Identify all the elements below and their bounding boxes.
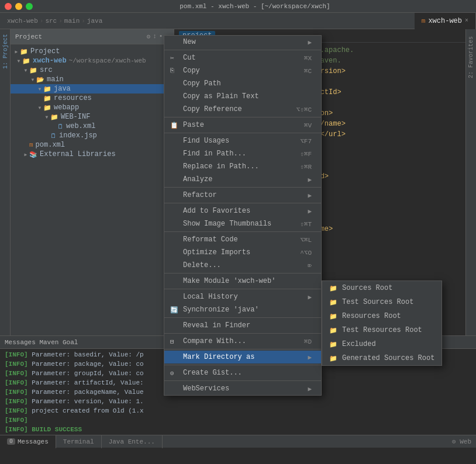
menu-item-add-favorites[interactable]: Add to Favorites ▶ — [164, 205, 321, 217]
menu-item-new[interactable]: New ▶ — [164, 36, 321, 49]
menu-item-paste[interactable]: 📋 Paste ⌘V — [164, 119, 321, 131]
menu-separator — [164, 380, 321, 381]
minimize-button[interactable] — [15, 3, 22, 10]
menu-separator — [164, 133, 321, 133]
menu-item-delete[interactable]: Delete... ⌦ — [164, 259, 321, 272]
msg-line: [INFO] project created from Old (1.x — [5, 406, 471, 415]
menu-item-mark-directory[interactable]: Mark Directory as ▶ — [164, 351, 321, 363]
mark-generated-sources-root[interactable]: 📁 Generated Sources Root — [322, 351, 441, 365]
excluded-label: Excluded — [342, 340, 376, 348]
msg-build-success: [INFO] BUILD SUCCESS — [5, 425, 471, 434]
menu-item-copy-path[interactable]: Copy Path — [164, 77, 321, 90]
tree-item-pom-xml[interactable]: m pom.xml — [11, 140, 174, 150]
folder-icon: 📁 — [20, 48, 28, 56]
menu-item-copy-ref[interactable]: Copy Reference ⌥⇧⌘C — [164, 103, 321, 116]
tree-item-src[interactable]: ▼ 📁 src — [11, 65, 174, 75]
messages-title: Messages Maven Goal — [5, 339, 78, 346]
pom-icon: m — [29, 141, 33, 148]
menu-separator — [164, 273, 321, 273]
project-panel-toggle[interactable]: 1: Project — [0, 32, 11, 71]
folder-icon: 📁 — [43, 104, 51, 112]
mark-sources-root[interactable]: 📁 Sources Root — [322, 281, 441, 295]
breadcrumb-item[interactable]: java — [87, 18, 102, 25]
tab-java-label: Java Ente... — [109, 438, 155, 445]
expand-icon[interactable]: ↕ — [153, 33, 157, 40]
folder-icon: 📁 — [43, 95, 51, 102]
folder-icon: 📁 — [50, 113, 58, 121]
tab-java-enterprise[interactable]: Java Ente... — [102, 435, 163, 448]
sources-root-label: Sources Root — [342, 284, 392, 292]
menu-separator — [164, 317, 321, 318]
project-panel: Project ⚙ ↕ • ↔ ▶ 📁 Project ▼ 📁 xwch-web… — [11, 29, 174, 335]
tree-item-web-inf[interactable]: ▼ 📁 WEB-INF — [11, 112, 174, 122]
menu-item-create-gist[interactable]: ⊙ Create Gist... — [164, 366, 321, 379]
breadcrumb-item[interactable]: src — [45, 18, 57, 25]
menu-item-copy[interactable]: ⎘ Copy ⌘C — [164, 64, 321, 77]
close-button[interactable] — [5, 3, 12, 10]
menu-item-replace-path[interactable]: Replace in Path... ⇧⌘R — [164, 160, 321, 173]
tab-messages[interactable]: 0 Messages — [0, 435, 56, 448]
jsp-file-icon: 🗒 — [50, 132, 57, 140]
tree-item-ext-libs[interactable]: ▶ 📚 External Libraries — [11, 150, 174, 159]
resources-root-icon: 📁 — [329, 313, 337, 320]
pin-icon[interactable]: • — [159, 33, 163, 40]
menu-item-refactor[interactable]: Refactor ▶ — [164, 189, 321, 202]
maximize-button[interactable] — [26, 3, 33, 10]
menu-item-find-path[interactable]: Find in Path... ⇧⌘F — [164, 147, 321, 160]
tab-close-button[interactable]: × — [465, 18, 468, 24]
menu-item-local-history[interactable]: Local History ▶ — [164, 290, 321, 303]
generated-sources-icon: 📁 — [329, 355, 337, 362]
breadcrumb-item[interactable]: xwch-web — [7, 18, 38, 25]
menu-item-webservices[interactable]: WebServices ▶ — [164, 382, 321, 395]
tab-bar: xwch-web › src › main › java m xwch-web … — [0, 13, 476, 29]
folder-icon: 📁 — [29, 67, 37, 74]
bottom-tabs: 0 Messages Terminal Java Ente... ⊙ Web — [0, 435, 476, 448]
test-resources-root-label: Test Resources Root — [342, 326, 422, 334]
generated-sources-label: Generated Sources Root — [342, 354, 434, 362]
menu-item-copy-plain[interactable]: Copy as Plain Text — [164, 90, 321, 103]
tree-item-xwch-web[interactable]: ▼ 📁 xwch-web ~/workspace/xwch-web — [11, 56, 174, 65]
tree-item-web-xml[interactable]: 🗒 web.xml — [11, 122, 174, 131]
test-sources-root-label: Test Sources Root — [342, 298, 413, 306]
menu-item-analyze[interactable]: Analyze ▶ — [164, 173, 321, 186]
menu-separator — [164, 50, 321, 50]
menu-separator — [164, 187, 321, 188]
editor-tab-xwch-web[interactable]: m xwch-web × — [415, 13, 476, 29]
tree-item-main[interactable]: ▼ 📂 main — [11, 75, 174, 84]
menu-item-synchronize[interactable]: 🔄 Synchronize 'java' — [164, 303, 321, 316]
folder-open-icon: 📂 — [36, 76, 44, 84]
tree-item-java[interactable]: ▼ 📁 java — [11, 84, 174, 94]
favorites-panel-toggle[interactable]: 2: Favorites — [467, 34, 475, 81]
tree-item-resources[interactable]: 📁 resources — [11, 94, 174, 103]
title-bar: pom.xml - xwch-web - [~/workspace/xwch] — [0, 0, 476, 13]
mark-test-resources-root[interactable]: 📁 Test Resources Root — [322, 323, 441, 337]
menu-item-reformat[interactable]: Reformat Code ⌥⌘L — [164, 233, 321, 246]
traffic-lights — [5, 3, 33, 10]
tab-xml-icon: m — [422, 18, 426, 25]
mark-test-sources-root[interactable]: 📁 Test Sources Root — [322, 295, 441, 309]
left-tool-strip: 1: Project — [0, 29, 11, 335]
breadcrumb: xwch-web › src › main › java — [2, 18, 415, 25]
menu-item-optimize[interactable]: Optimize Imports ^⌥O — [164, 246, 321, 259]
breadcrumb-item[interactable]: main — [64, 18, 80, 25]
tab-label: xwch-web — [428, 17, 462, 25]
tab-terminal[interactable]: Terminal — [56, 435, 102, 448]
mark-excluded[interactable]: 📁 Excluded — [322, 337, 441, 351]
excluded-icon: 📁 — [329, 341, 337, 348]
tree-item-index-jsp[interactable]: 🗒 index.jsp — [11, 131, 174, 140]
tree-item-webapp[interactable]: ▼ 📁 webapp — [11, 103, 174, 112]
java-folder-icon: 📁 — [43, 85, 51, 93]
context-menu: New ▶ ✂ Cut ⌘X ⎘ Copy ⌘C Copy Path Copy … — [164, 35, 322, 396]
menu-separator — [164, 289, 321, 289]
tree-item-project[interactable]: ▶ 📁 Project — [11, 47, 174, 56]
menu-item-image-thumbnails[interactable]: Show Image Thumbnails ⇧⌘T — [164, 217, 321, 230]
menu-item-find-usages[interactable]: Find Usages ⌥F7 — [164, 134, 321, 147]
menu-item-cut[interactable]: ✂ Cut ⌘X — [164, 51, 321, 64]
menu-item-reveal-finder[interactable]: Reveal in Finder — [164, 319, 321, 332]
resources-root-label: Resources Root — [342, 312, 401, 320]
mark-resources-root[interactable]: 📁 Resources Root — [322, 309, 441, 323]
module-icon: 📁 — [22, 57, 30, 65]
settings-icon[interactable]: ⚙ — [147, 33, 151, 40]
menu-item-make-module[interactable]: Make Module 'xwch-web' — [164, 275, 321, 288]
menu-item-compare-with[interactable]: ⊟ Compare With... ⌘D — [164, 335, 321, 348]
